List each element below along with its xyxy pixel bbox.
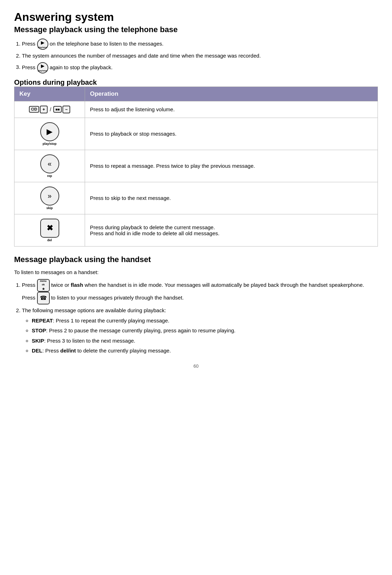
key-cell-skip: » skip (14, 182, 85, 214)
key-cell-rep: « rep (14, 150, 85, 182)
playstop-circle: ▶ (40, 122, 59, 141)
step-1: Press ▶ play/stop on the telephone base … (22, 38, 378, 50)
option-repeat: REPEAT: Press 1 to repeat the currently … (32, 317, 378, 325)
playback-options-list: REPEAT: Press 1 to repeat the currently … (32, 317, 378, 355)
playstop-label: play/stop (43, 142, 57, 146)
slash-divider: / (50, 107, 51, 112)
operation-cell-playstop: Press to playback or stop messages. (85, 118, 378, 150)
table-row: « rep Press to repeat a message. Press t… (14, 150, 378, 182)
skip-label: skip (46, 206, 53, 210)
skip-circle: » (40, 186, 59, 206)
menu-ok-icon: menu ok ★ (37, 279, 50, 292)
table-row: ▶ play/stop Press to playback or stop me… (14, 118, 378, 150)
operation-cell-del: Press during playback to delete the curr… (85, 214, 378, 246)
page-container: Answering system Message playback using … (14, 11, 378, 369)
section1-heading: Message playback using the telephone bas… (14, 25, 378, 34)
table-row: CID + / ■■ − Press to adjust the listeni… (14, 101, 378, 118)
plus-icon: + (40, 106, 48, 113)
options-table: Key Operation CID + / ■■ − Press to adju… (14, 87, 378, 247)
rep-icon: « (48, 160, 52, 168)
section2-step-2: The following message options are availa… (22, 307, 378, 355)
step-3: Press ▶ play/stop again to stop the play… (22, 62, 378, 73)
rep-btn: « rep (19, 154, 80, 178)
stop-label: STOP (32, 327, 46, 333)
section2-step-1: Press menu ok ★ twice or flash when the … (22, 279, 378, 304)
playstop-icon-inline2: ▶ play/stop (37, 62, 48, 73)
operation-cell-skip: Press to skip to the next message. (85, 182, 378, 214)
col-key: Key (14, 87, 85, 101)
page-number: 60 (14, 363, 378, 369)
del-x-icon: ✖ (47, 224, 53, 233)
skip-icon: » (48, 192, 52, 200)
minus-icon: − (62, 106, 70, 113)
repeat-label: REPEAT (32, 318, 53, 324)
section2-intro: To listen to messages on a handset: (14, 268, 378, 277)
rep-circle: « (40, 154, 59, 173)
flash-text: flash (71, 282, 83, 288)
del-btn: ✖ del (19, 219, 80, 242)
section2-heading: Message playback using the handset (14, 255, 378, 264)
playstop-btn: ▶ play/stop (19, 122, 80, 146)
section2-steps: Press menu ok ★ twice or flash when the … (22, 279, 378, 355)
menu-btn-inline: menu ok ★ (37, 279, 50, 292)
option-stop: STOP: Press 2 to pause the message curre… (32, 327, 378, 335)
cid-label: CID (29, 106, 39, 113)
del-label: del (47, 238, 52, 242)
del-square: ✖ (40, 219, 59, 238)
playstop-icon-inline: ▶ play/stop (37, 38, 48, 50)
phone-receiver-icon: ☎ (37, 292, 50, 304)
del-label-bullet: DEL (32, 348, 42, 354)
table-row: » skip Press to skip to the next message… (14, 182, 378, 214)
key-cell-del: ✖ del (14, 214, 85, 246)
handset-icon-inline: ☎ (37, 292, 50, 304)
operation-cell-rep: Press to repeat a message. Press twice t… (85, 150, 378, 182)
operation-cell-cid: Press to adjust the listening volume. (85, 101, 378, 118)
play-triangle-icon: ▶ (47, 127, 53, 136)
vol-label: ■■ (53, 106, 62, 113)
option-skip: SKIP: Press 3 to listen to the next mess… (32, 337, 378, 345)
page-title: Answering system (14, 11, 378, 24)
col-operation: Operation (85, 87, 378, 101)
cid-vol-control: CID + / ■■ − (19, 106, 80, 113)
option-del: DEL: Press del/int to delete the current… (32, 347, 378, 355)
key-cell-playstop: ▶ play/stop (14, 118, 85, 150)
skip-btn: » skip (19, 186, 80, 210)
table-heading: Options during playback (14, 78, 378, 87)
section1-steps: Press ▶ play/stop on the telephone base … (22, 38, 378, 73)
table-row: ✖ del Press during playback to delete th… (14, 214, 378, 246)
skip-label-bullet: SKIP (32, 338, 44, 344)
step-2: The system announces the number of messa… (22, 52, 378, 60)
key-cell-cid: CID + / ■■ − (14, 101, 85, 118)
rep-label: rep (47, 174, 52, 178)
del-int-text: del/int (60, 348, 76, 354)
